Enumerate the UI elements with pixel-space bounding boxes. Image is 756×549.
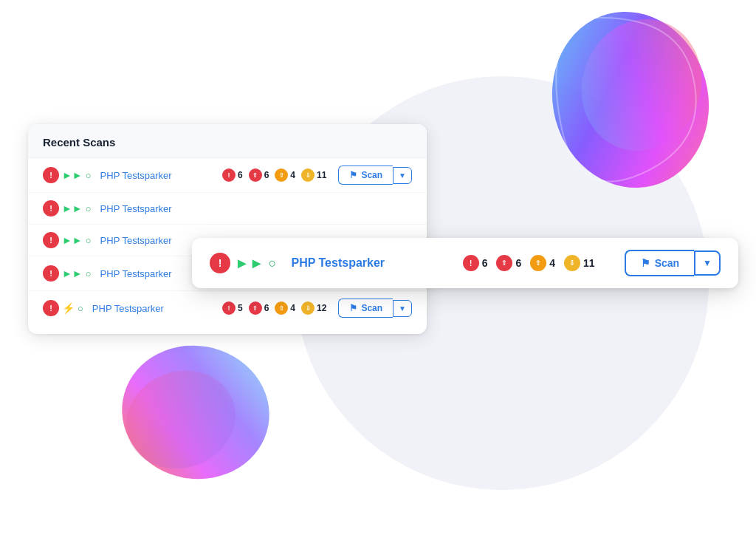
severity-medium: ⇧ 4 [275, 301, 295, 315]
status-icons: ! ►► ○ [43, 200, 92, 216]
low-icon: ⇩ [301, 168, 315, 182]
error-icon: ! [43, 265, 59, 282]
arrow-icon: ►► [62, 202, 83, 214]
clock-icon: ○ [86, 203, 92, 214]
featured-critical-icon: ! [463, 255, 479, 271]
featured-medium-icon: ⇧ [530, 255, 546, 271]
featured-low-icon: ⇩ [564, 255, 580, 271]
featured-high-icon: ⇧ [496, 255, 512, 271]
clock-icon: ○ [78, 303, 83, 314]
clock-icon: ○ [86, 170, 92, 181]
error-icon: ! [43, 200, 59, 216]
status-icons: ! ►► ○ [43, 265, 92, 282]
severity-critical: ! 6 [222, 168, 243, 182]
status-icons: ! ►► ○ [43, 167, 92, 183]
scan-name[interactable]: PHP Testsparker [92, 303, 222, 314]
abstract-shape-bottom-left [114, 338, 277, 486]
critical-icon: ! [222, 168, 236, 182]
featured-scan-button[interactable]: ⚑ Scan [625, 250, 694, 276]
severity-low: ⇩ 11 [301, 168, 326, 182]
high-icon: ⇧ [249, 168, 262, 182]
arrow-icon: ►► [62, 267, 83, 279]
medium-icon: ⇧ [275, 168, 288, 182]
error-icon: ! [43, 300, 59, 316]
scan-row: ! ►► ○ PHP Testsparker [28, 193, 427, 225]
featured-arrow-icon: ►► [235, 255, 264, 272]
arrow-icon: ►► [62, 234, 83, 246]
featured-severity-critical: ! 6 [463, 255, 488, 271]
scan-row: ! ⚡ ○ PHP Testsparker ! 5 ⇧ 6 ⇧ 4 ⇩ 12 [28, 291, 427, 325]
clock-icon: ○ [86, 235, 92, 246]
status-icons: ! ►► ○ [43, 232, 92, 248]
critical-icon: ! [222, 301, 236, 315]
featured-clock-icon: ○ [269, 256, 277, 271]
featured-scan-icon: ⚑ [641, 257, 650, 269]
featured-severity-counts: ! 6 ⇧ 6 ⇧ 4 ⇩ 11 [463, 255, 595, 271]
high-icon: ⇧ [249, 301, 262, 315]
scan-button[interactable]: ⚑ Scan [338, 166, 393, 185]
bolt-icon: ⚡ [62, 302, 75, 314]
severity-medium: ⇧ 4 [275, 168, 295, 182]
severity-low: ⇩ 12 [301, 301, 326, 315]
featured-severity-high: ⇧ 6 [496, 255, 521, 271]
scan-button-group: ⚑ Scan ▼ [338, 166, 412, 185]
abstract-shape-top-right [546, 4, 715, 196]
error-icon: ! [43, 232, 59, 248]
featured-scan-name[interactable]: PHP Testsparker [291, 256, 447, 270]
severity-counts: ! 5 ⇧ 6 ⇧ 4 ⇩ 12 [222, 301, 326, 315]
featured-scan-dropdown-button[interactable]: ▼ [694, 250, 721, 276]
recent-scans-card: Recent Scans ! ►► ○ PHP Testsparker ! 6 … [28, 124, 427, 334]
severity-critical: ! 5 [222, 301, 243, 315]
clock-icon: ○ [86, 268, 92, 279]
featured-status-icons: ! ►► ○ [210, 253, 276, 273]
scan-name[interactable]: PHP Testsparker [100, 203, 412, 214]
severity-high: ⇧ 6 [249, 301, 269, 315]
featured-severity-medium: ⇧ 4 [530, 255, 555, 271]
featured-error-icon: ! [210, 253, 230, 273]
card-title: Recent Scans [28, 124, 427, 158]
scan-button[interactable]: ⚑ Scan [338, 299, 393, 318]
status-icons: ! ⚡ ○ [43, 300, 83, 316]
scan-dropdown-button[interactable]: ▼ [393, 167, 412, 184]
featured-scan-button-group: ⚑ Scan ▼ [625, 250, 721, 276]
scan-button-group: ⚑ Scan ▼ [338, 299, 412, 318]
featured-scan-card: ! ►► ○ PHP Testsparker ! 6 ⇧ 6 ⇧ 4 ⇩ 11 … [192, 238, 738, 288]
scan-name[interactable]: PHP Testsparker [100, 170, 222, 181]
error-icon: ! [43, 167, 59, 183]
severity-counts: ! 6 ⇧ 6 ⇧ 4 ⇩ 11 [222, 168, 326, 182]
arrow-icon: ►► [62, 169, 83, 181]
scan-row: ! ►► ○ PHP Testsparker ! 6 ⇧ 6 ⇧ 4 ⇩ 11 [28, 158, 427, 193]
low-icon: ⇩ [301, 301, 315, 315]
scan-icon: ⚑ [349, 303, 357, 313]
featured-severity-low: ⇩ 11 [564, 255, 595, 271]
scan-icon: ⚑ [349, 170, 357, 180]
scan-dropdown-button[interactable]: ▼ [393, 300, 412, 317]
medium-icon: ⇧ [275, 301, 288, 315]
severity-high: ⇧ 6 [249, 168, 269, 182]
